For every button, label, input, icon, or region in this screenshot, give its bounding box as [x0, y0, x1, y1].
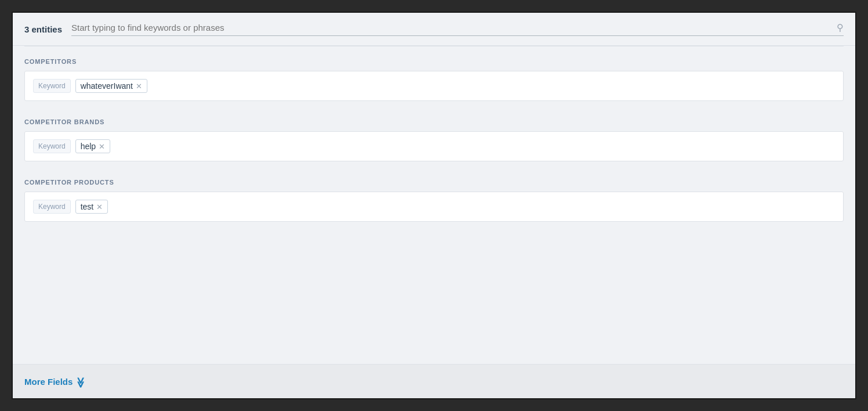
keyword-area-competitor-products[interactable]: Keyword test ✕ [24, 192, 844, 222]
section-competitors: COMPETITORS Keyword whateverIwant ✕ [13, 46, 855, 107]
tag-remove-test[interactable]: ✕ [96, 203, 103, 211]
section-title-competitor-products: COMPETITOR PRODUCTS [24, 179, 844, 186]
search-container: ⚲ [71, 22, 844, 36]
search-input[interactable] [71, 23, 837, 33]
keyword-tag-help: help ✕ [75, 139, 110, 153]
more-fields-label: More Fields [24, 377, 73, 387]
section-title-competitor-brands: COMPETITOR BRANDS [24, 118, 844, 125]
chevron-down-icon: ≫ [74, 377, 87, 386]
tag-remove-help[interactable]: ✕ [99, 143, 105, 150]
keyword-area-competitors[interactable]: Keyword whateverIwant ✕ [24, 71, 844, 101]
tag-text: help [81, 142, 96, 151]
more-fields-button[interactable]: More Fields ≫ [24, 375, 85, 388]
header-bar: 3 entities ⚲ [13, 13, 855, 46]
scroll-area: COMPETITORS Keyword whateverIwant ✕ COMP… [13, 46, 855, 364]
keyword-tag-whateveriwant: whateverIwant ✕ [75, 79, 147, 93]
keyword-tag-test: test ✕ [75, 200, 108, 214]
footer-bar: More Fields ≫ [13, 364, 855, 398]
section-title-competitors: COMPETITORS [24, 58, 844, 65]
entity-count: 3 entities [24, 24, 62, 34]
section-competitor-brands: COMPETITOR BRANDS Keyword help ✕ [13, 107, 855, 167]
keyword-label-competitor-brands: Keyword [33, 139, 71, 153]
keyword-label-competitors: Keyword [33, 79, 71, 93]
tag-text: test [81, 202, 94, 211]
section-competitor-products: COMPETITOR PRODUCTS Keyword test ✕ [13, 167, 855, 228]
main-window: 3 entities ⚲ COMPETITORS Keyword whateve… [12, 12, 856, 399]
tag-remove-whateveriwant[interactable]: ✕ [136, 82, 142, 90]
keyword-area-competitor-brands[interactable]: Keyword help ✕ [24, 131, 844, 161]
keyword-label-competitor-products: Keyword [33, 200, 71, 214]
search-icon: ⚲ [837, 22, 844, 33]
tag-text: whateverIwant [81, 81, 133, 91]
